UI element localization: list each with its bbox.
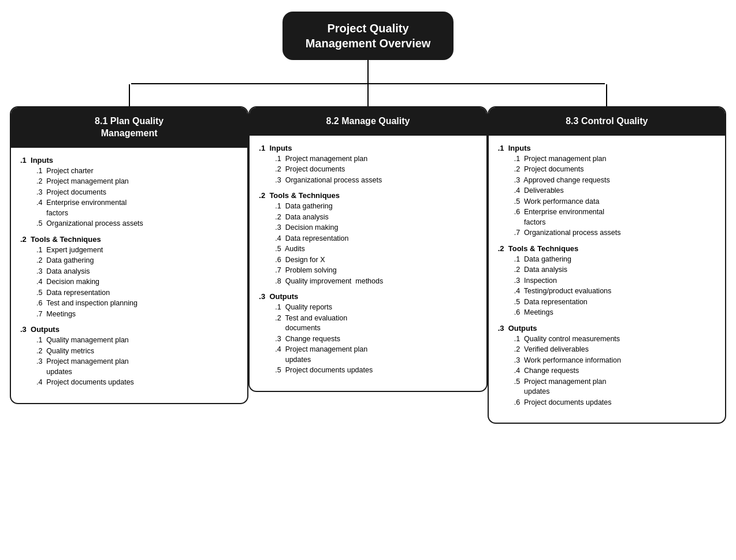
- manage-tt-7: .7 Problem solving: [275, 266, 477, 276]
- manage-tt-4: .4 Data representation: [275, 234, 477, 244]
- manage-output-2: .2 Test and evaluation documents: [275, 313, 477, 334]
- plan-input-5: .5 Organizational process assets: [36, 219, 238, 229]
- card-plan-header: 8.1 Plan QualityManagement: [11, 107, 247, 148]
- control-output-1: .1 Quality control measurements: [514, 334, 716, 345]
- col-manage-line: [367, 84, 369, 106]
- card-manage: 8.2 Manage Quality .1 Inputs .1 Project …: [248, 106, 487, 392]
- control-tt-title: .2 Tools & Techniques: [498, 244, 716, 253]
- control-tt-6: .6 Meetings: [514, 308, 716, 318]
- plan-outputs-section: .3 Outputs .1 Quality management plan .2…: [20, 325, 238, 388]
- manage-outputs-title: .3 Outputs: [259, 292, 477, 301]
- control-tt-5: .5 Data representation: [514, 297, 716, 308]
- plan-output-2: .2 Quality metrics: [36, 346, 238, 357]
- plan-tt-6: .6 Test and inspection planning: [36, 298, 238, 309]
- manage-output-1: .1 Quality reports: [275, 303, 477, 313]
- card-control-body: .1 Inputs .1 Project management plan .2 …: [489, 136, 725, 423]
- manage-tt-title: .2 Tools & Techniques: [259, 191, 477, 200]
- manage-output-4: .4 Project management plan updates: [275, 345, 477, 365]
- control-input-6: .6 Enterprise environmental factors: [514, 207, 716, 227]
- col-manage: 8.2 Manage Quality .1 Inputs .1 Project …: [248, 84, 487, 392]
- manage-tt-2: .2 Data analysis: [275, 212, 477, 223]
- plan-tt-3: .3 Data analysis: [36, 267, 238, 277]
- plan-output-1: .1 Quality management plan: [36, 335, 238, 346]
- card-control: 8.3 Control Quality .1 Inputs .1 Project…: [488, 106, 726, 424]
- plan-input-4: .4 Enterprise environmental factors: [36, 198, 238, 218]
- manage-inputs-title: .1 Inputs: [259, 144, 477, 152]
- card-plan-body: .1 Inputs .1 Project charter .2 Project …: [11, 148, 247, 403]
- card-plan: 8.1 Plan QualityManagement .1 Inputs .1 …: [10, 106, 248, 404]
- control-input-1: .1 Project management plan: [514, 154, 716, 165]
- manage-tt-8: .8 Quality improvement methods: [275, 277, 477, 287]
- control-input-7: .7 Organizational process assets: [514, 228, 716, 238]
- manage-outputs-section: .3 Outputs .1 Quality reports .2 Test an…: [259, 292, 477, 376]
- diagram-container: Project Quality Management Overview 8.1 …: [6, 12, 730, 424]
- plan-output-3: .3 Project management plan updates: [36, 357, 238, 377]
- manage-input-3: .3 Organizational process assets: [275, 176, 477, 186]
- plan-tt-section: .2 Tools & Techniques .1 Expert judgemen…: [20, 235, 238, 320]
- card-control-header: 8.3 Control Quality: [489, 107, 725, 136]
- plan-tt-5: .5 Data representation: [36, 288, 238, 298]
- col-control-line: [606, 84, 607, 106]
- control-inputs-section: .1 Inputs .1 Project management plan .2 …: [498, 144, 716, 238]
- title-connector: [367, 60, 369, 83]
- plan-tt-2: .2 Data gathering: [36, 256, 238, 266]
- col-control: 8.3 Control Quality .1 Inputs .1 Project…: [488, 84, 726, 424]
- columns-wrapper: 8.1 Plan QualityManagement .1 Inputs .1 …: [10, 84, 726, 424]
- control-output-4: .4 Change requests: [514, 366, 716, 376]
- plan-outputs-title: .3 Outputs: [20, 325, 238, 334]
- manage-input-1: .1 Project management plan: [275, 154, 477, 165]
- card-manage-body: .1 Inputs .1 Project management plan .2 …: [250, 136, 486, 391]
- control-output-3: .3 Work performance information: [514, 356, 716, 366]
- plan-input-3: .3 Project documents: [36, 188, 238, 198]
- title-line2: Management Overview: [306, 37, 431, 50]
- control-inputs-title: .1 Inputs: [498, 144, 716, 152]
- control-tt-1: .1 Data gathering: [514, 255, 716, 265]
- card-manage-header: 8.2 Manage Quality: [250, 107, 486, 136]
- control-input-3: .3 Approved change requests: [514, 176, 716, 186]
- plan-input-1: .1 Project charter: [36, 166, 238, 177]
- plan-tt-7: .7 Meetings: [36, 309, 238, 320]
- manage-output-5: .5 Project documents updates: [275, 365, 477, 376]
- manage-input-2: .2 Project documents: [275, 165, 477, 175]
- main-title: Project Quality Management Overview: [282, 12, 454, 60]
- manage-tt-6: .6 Design for X: [275, 255, 477, 266]
- control-tt-2: .2 Data analysis: [514, 265, 716, 275]
- plan-inputs-title: .1 Inputs: [20, 156, 238, 165]
- col-plan: 8.1 Plan QualityManagement .1 Inputs .1 …: [10, 84, 248, 404]
- plan-output-4: .4 Project documents updates: [36, 378, 238, 388]
- control-input-5: .5 Work performance data: [514, 197, 716, 207]
- plan-tt-1: .1 Expert judgement: [36, 245, 238, 256]
- plan-tt-4: .4 Decision making: [36, 277, 238, 288]
- control-tt-4: .4 Testing/product evaluations: [514, 286, 716, 297]
- control-output-6: .6 Project documents updates: [514, 398, 716, 408]
- plan-tt-title: .2 Tools & Techniques: [20, 235, 238, 244]
- control-output-2: .2 Verified deliverables: [514, 345, 716, 355]
- control-input-2: .2 Project documents: [514, 165, 716, 175]
- col-plan-line: [129, 84, 130, 106]
- manage-inputs-section: .1 Inputs .1 Project management plan .2 …: [259, 144, 477, 186]
- control-outputs-title: .3 Outputs: [498, 324, 716, 333]
- control-tt-3: .3 Inspection: [514, 276, 716, 286]
- control-tt-section: .2 Tools & Techniques .1 Data gathering …: [498, 244, 716, 318]
- manage-output-3: .3 Change requests: [275, 334, 477, 345]
- control-input-4: .4 Deliverables: [514, 186, 716, 196]
- title-line1: Project Quality: [327, 22, 408, 35]
- manage-tt-3: .3 Decision making: [275, 223, 477, 233]
- control-outputs-section: .3 Outputs .1 Quality control measuremen…: [498, 324, 716, 408]
- plan-inputs-section: .1 Inputs .1 Project charter .2 Project …: [20, 156, 238, 229]
- plan-input-2: .2 Project management plan: [36, 177, 238, 187]
- control-output-5: .5 Project management plan updates: [514, 377, 716, 397]
- manage-tt-section: .2 Tools & Techniques .1 Data gathering …: [259, 191, 477, 286]
- manage-tt-5: .5 Audits: [275, 244, 477, 255]
- manage-tt-1: .1 Data gathering: [275, 201, 477, 212]
